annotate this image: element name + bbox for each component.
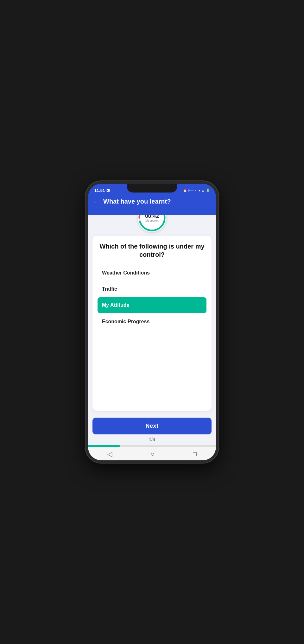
nav-recents-icon[interactable]: □ — [193, 451, 197, 458]
progress-bar-fill — [88, 445, 120, 447]
bottom-area: Next 1/4 — [88, 414, 216, 445]
answer-option[interactable]: Weather Conditions — [98, 265, 206, 281]
wifi-icon: ▾ — [199, 189, 200, 192]
page-indicator: 1/4 — [149, 437, 155, 442]
timer-label: left approx. — [145, 219, 159, 222]
answer-option[interactable]: Traffic — [98, 281, 206, 297]
phone-frame: 11:51 🖼 ⏰ VoLTE ▾ ▲ 🔋 ← What have you le… — [86, 181, 218, 463]
answer-text-3: My Attitude — [102, 302, 130, 308]
progress-bar-container — [88, 445, 216, 447]
answer-option-selected[interactable]: My Attitude — [98, 297, 206, 313]
question-card: Which of the following is under my contr… — [92, 236, 212, 411]
question-text: Which of the following is under my contr… — [98, 242, 206, 259]
volte-label: VoLTE — [188, 189, 197, 192]
phone-notch — [127, 184, 177, 193]
main-content: 00:42 left approx. Which of the followin… — [88, 215, 216, 447]
next-button[interactable]: Next — [92, 418, 212, 434]
answer-option[interactable]: Economic Progress — [98, 314, 206, 330]
status-time: 11:51 🖼 — [94, 188, 110, 193]
answer-text-4: Economic Progress — [102, 319, 149, 324]
signal-icon: ▲ — [201, 189, 205, 192]
page-title: What have you learnt? — [103, 198, 171, 205]
time-display: 11:51 — [94, 188, 105, 193]
image-icon: 🖼 — [106, 189, 110, 193]
alarm-icon: ⏰ — [183, 189, 187, 192]
battery-icon: 🔋 — [206, 189, 210, 192]
answer-text-2: Traffic — [102, 286, 117, 292]
timer-circle: 00:42 left approx. — [138, 215, 166, 232]
status-icons: ⏰ VoLTE ▾ ▲ 🔋 — [183, 189, 210, 192]
back-button[interactable]: ← — [93, 198, 99, 205]
nav-bar: ◁ ○ □ — [88, 447, 216, 460]
answer-text-1: Weather Conditions — [102, 270, 150, 275]
nav-back-icon[interactable]: ◁ — [107, 450, 112, 458]
timer-container: 00:42 left approx. — [88, 215, 216, 232]
timer-value: 00:42 — [145, 215, 159, 219]
nav-home-icon[interactable]: ○ — [150, 451, 154, 458]
app-header: ← What have you learnt? — [88, 195, 216, 215]
